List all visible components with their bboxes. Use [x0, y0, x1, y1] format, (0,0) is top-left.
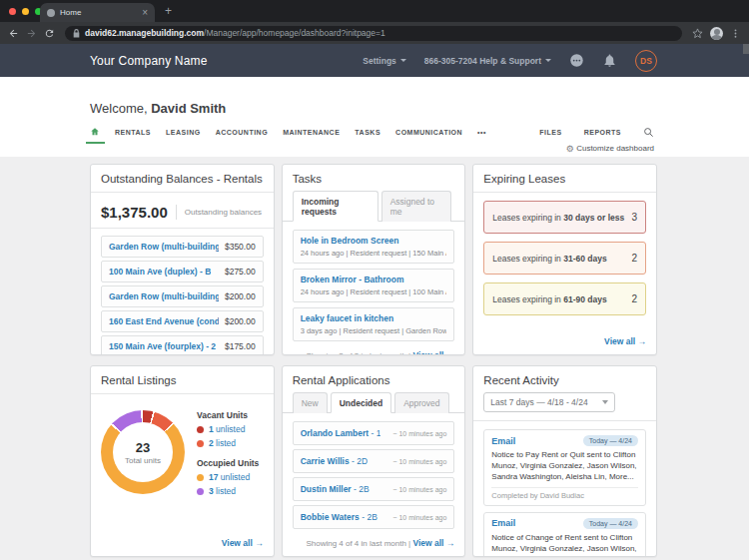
- tab-undecided[interactable]: Undecided: [331, 392, 391, 413]
- legend-vacant-unlisted: 1 unlisted: [197, 424, 259, 434]
- nav-files[interactable]: FILES: [539, 129, 561, 136]
- tab-title: Home: [60, 8, 137, 17]
- application-row[interactable]: Bobbie Waters - 2B ~ 10 minutes ago: [293, 505, 455, 529]
- legend-dot: [197, 474, 204, 481]
- card-rental-listings: Rental Listings 23 Total units Vacant Un…: [90, 365, 275, 557]
- lease-count: 3: [631, 212, 637, 223]
- favicon: [47, 9, 55, 17]
- card-outstanding-balances: Outstanding Balances - Rentals $1,375.00…: [90, 164, 275, 355]
- help-support-menu[interactable]: 866-305-7204 Help & Support: [424, 56, 551, 66]
- card-expiring-leases: Expiring Leases Leases expiring in 30 da…: [472, 164, 657, 355]
- reload-icon[interactable]: [44, 28, 55, 39]
- showing-count: Showing 4 of 4 in last month |: [306, 539, 410, 548]
- card-title: Outstanding Balances - Rentals: [91, 173, 274, 193]
- gear-icon: ⚙: [566, 144, 574, 154]
- bookmark-star-icon[interactable]: [692, 28, 703, 39]
- page-top: Welcome, David Smith RENTALS LEASING ACC…: [0, 77, 749, 157]
- minimize-window-button[interactable]: [22, 8, 29, 15]
- applications-tabs: New Undecided Approved: [283, 391, 465, 413]
- nav-tasks[interactable]: TASKS: [355, 129, 380, 136]
- application-row[interactable]: Dustin Miller - 2B ~ 10 minutes ago: [293, 477, 455, 501]
- url-text: david62.managebuilding.com/Manager/app/h…: [85, 28, 385, 38]
- legend-occupied-unlisted: 17 unlisted: [197, 472, 259, 482]
- main-nav: RENTALS LEASING ACCOUNTING MAINTENANCE T…: [90, 123, 654, 141]
- view-all-link[interactable]: View all →: [222, 538, 264, 548]
- tab-incoming-requests[interactable]: Incoming requests: [293, 191, 378, 222]
- view-all-link[interactable]: View all →: [604, 336, 646, 346]
- activity-type-link[interactable]: Email: [491, 518, 515, 528]
- user-avatar[interactable]: DS: [635, 50, 657, 72]
- tab-new[interactable]: New: [293, 392, 328, 413]
- nav-overflow-icon[interactable]: •••: [477, 129, 486, 136]
- nav-reports[interactable]: REPORTS: [584, 129, 621, 136]
- application-row[interactable]: Orlando Lambert - 1 ~ 10 minutes ago: [293, 421, 455, 445]
- legend-dot: [197, 488, 204, 495]
- new-tab-button[interactable]: +: [165, 4, 172, 18]
- outstanding-amount: $1,375.00: [101, 204, 168, 221]
- nav-accounting[interactable]: ACCOUNTING: [216, 129, 268, 136]
- activity-type-link[interactable]: Email: [491, 436, 515, 446]
- browser-menu-icon[interactable]: [730, 28, 741, 39]
- chat-icon[interactable]: [569, 53, 584, 68]
- chevron-down-icon: [602, 400, 608, 404]
- company-name: Your Company Name: [90, 54, 208, 68]
- balance-row[interactable]: 160 East End Avenue (condo/townh... $200…: [101, 310, 264, 332]
- view-all-link[interactable]: View all →: [412, 538, 454, 548]
- activity-date-filter[interactable]: Last 7 days — 4/18 - 4/24: [483, 392, 615, 412]
- dashboard-grid: Outstanding Balances - Rentals $1,375.00…: [0, 157, 749, 560]
- legend-dot: [197, 440, 204, 447]
- balance-row[interactable]: 150 Main Ave (fourplex) - 2 $175.00: [101, 335, 264, 355]
- lease-expiry-90-row[interactable]: Leases expiring in 61-90 days 2: [483, 282, 646, 315]
- welcome-user-name: David Smith: [151, 101, 226, 116]
- address-bar[interactable]: david62.managebuilding.com/Manager/app/h…: [65, 26, 682, 41]
- donut-legend: Vacant Units 1 unlisted 2 listed Occupie…: [197, 410, 259, 500]
- tab-close-icon[interactable]: ×: [142, 8, 148, 18]
- activity-item[interactable]: Email Today — 4/24 Notice to Pay Rent or…: [483, 429, 646, 506]
- nav-leasing[interactable]: LEASING: [166, 129, 201, 136]
- legend-occupied-listed: 3 listed: [197, 486, 259, 496]
- total-units-value: 23: [136, 440, 150, 455]
- view-all-link[interactable]: View all →: [412, 350, 454, 355]
- settings-menu[interactable]: Settings: [363, 56, 406, 66]
- chevron-down-icon: [545, 59, 551, 62]
- tab-assigned-to-me[interactable]: Assigned to me: [381, 191, 452, 222]
- nav-home-tab[interactable]: [90, 127, 100, 137]
- lease-expiry-30-row[interactable]: Leases expiring in 30 days or less 3: [483, 201, 646, 234]
- card-tasks: Tasks Incoming requests Assigned to me H…: [282, 164, 466, 355]
- nav-maintenance[interactable]: MAINTENANCE: [283, 129, 340, 136]
- card-title: Rental Applications: [293, 374, 455, 386]
- app-header: Your Company Name Settings 866-305-7204 …: [0, 44, 749, 77]
- nav-rentals[interactable]: RENTALS: [115, 129, 151, 136]
- task-item[interactable]: Broken Mirror - Bathroom 24 hours ago | …: [293, 269, 455, 302]
- task-item[interactable]: Leaky faucet in kitchen 3 days ago | Res…: [293, 307, 455, 341]
- tab-approved[interactable]: Approved: [394, 392, 448, 413]
- browser-toolbar: david62.managebuilding.com/Manager/app/h…: [0, 22, 749, 44]
- back-icon[interactable]: [8, 28, 19, 39]
- application-row[interactable]: Carrie Willis - 2D ~ 10 minutes ago: [293, 449, 455, 473]
- browser-tab-home[interactable]: Home ×: [40, 3, 155, 22]
- notifications-bell-icon[interactable]: [602, 53, 617, 68]
- search-icon[interactable]: [643, 127, 654, 138]
- balance-row[interactable]: 100 Main Ave (duplex) - B $275.00: [101, 261, 264, 282]
- window-controls[interactable]: [9, 8, 42, 15]
- nav-communication[interactable]: COMMUNICATION: [395, 129, 462, 136]
- close-window-button[interactable]: [9, 8, 16, 15]
- activity-item[interactable]: Email Today — 4/24 Notice of Change of R…: [483, 512, 646, 557]
- browser-tabstrip: Home × +: [0, 0, 749, 22]
- task-item[interactable]: Hole in Bedroom Screen 24 hours ago | Re…: [293, 230, 455, 264]
- scrollbar-thumb[interactable]: [743, 44, 749, 54]
- balance-row[interactable]: Garden Row (multi-building comple... $35…: [101, 236, 264, 258]
- forward-icon[interactable]: [26, 28, 37, 39]
- card-rental-applications: Rental Applications New Undecided Approv…: [282, 365, 466, 557]
- browser-profile-avatar[interactable]: [710, 27, 723, 40]
- activity-date-badge: Today — 4/24: [583, 435, 638, 446]
- lease-expiry-60-row[interactable]: Leases expiring in 31-60 days 2: [483, 242, 646, 275]
- card-title: Rental Listings: [91, 374, 274, 394]
- header-actions: Settings 866-305-7204 Help & Support DS: [363, 50, 657, 72]
- outstanding-total: $1,375.00 Outstanding balances: [91, 201, 274, 229]
- activity-date-badge: Today — 4/24: [583, 518, 638, 529]
- lease-count: 2: [631, 253, 637, 264]
- customize-dashboard-link[interactable]: ⚙ Customize dashboard: [0, 144, 654, 157]
- lock-icon: [73, 29, 80, 38]
- balance-row[interactable]: Garden Row (multi-building comple... $20…: [101, 285, 264, 307]
